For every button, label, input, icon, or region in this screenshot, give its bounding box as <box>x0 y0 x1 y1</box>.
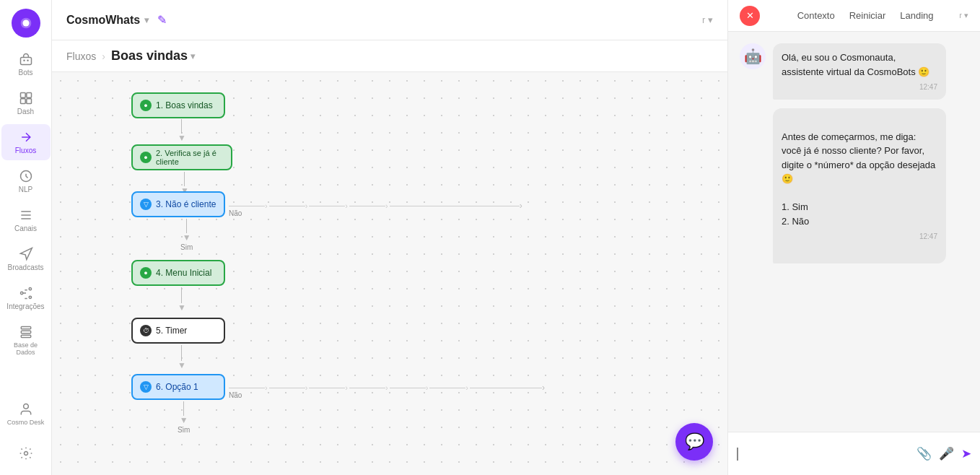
node-5-icon: ⏱ <box>140 325 152 336</box>
canvas[interactable]: ● 1. Boas vindas ▼ ● 2. Verifica se já é… <box>52 72 727 475</box>
tab-landing[interactable]: Landing <box>900 7 933 24</box>
tab-contexto[interactable]: Contexto <box>797 7 835 24</box>
label-sim-6: Sim <box>178 426 190 434</box>
svg-point-11 <box>29 288 31 290</box>
chat-close-button[interactable]: ✕ <box>740 6 760 26</box>
chat-bubble-2: Antes de começarmos, me diga: você já é … <box>773 108 946 263</box>
h-arrow-node6: › › › › › › › <box>229 383 545 393</box>
chat-avatar-1: 🤖 <box>740 43 766 69</box>
svg-point-4 <box>27 59 29 61</box>
attachment-icon[interactable]: 📎 <box>916 446 932 461</box>
label-nao-6: Não <box>229 391 242 399</box>
node-1[interactable]: ● 1. Boas vindas <box>131 92 225 118</box>
sidebar-item-canais[interactable]: Canais <box>1 202 51 238</box>
arrow-1-2: ▼ <box>178 119 186 142</box>
svg-point-3 <box>23 59 25 61</box>
svg-point-17 <box>24 452 27 456</box>
chat-bubble-text-2: Antes de começarmos, me diga: você já é … <box>773 108 946 263</box>
sidebar-logo[interactable] <box>12 9 40 38</box>
sidebar-item-base-dados-label: Base de Dados <box>4 341 48 356</box>
arrow-4-5: ▼ <box>178 287 186 312</box>
node-2[interactable]: ● 2. Verifica se já é cliente <box>131 144 232 170</box>
topbar-brand[interactable]: CosmoWhats ▾ <box>66 14 149 27</box>
breadcrumb: Fluxos › Boas vindas ▾ <box>52 40 727 72</box>
node-6[interactable]: ▽ 6. Opção 1 <box>131 374 225 400</box>
floating-chat-button[interactable]: 💬 <box>675 423 713 461</box>
breadcrumb-current-arrow: ▾ <box>191 51 195 61</box>
sidebar-item-base-dados[interactable]: Base de Dados <box>1 319 51 362</box>
sidebar-item-bots-label: Bots <box>18 69 32 77</box>
sidebar-item-nlp-label: NLP <box>19 186 32 193</box>
mic-icon[interactable]: 🎤 <box>939 446 954 461</box>
chat-time-2: 12:47 <box>782 231 937 242</box>
sidebar-item-cosmo-desk[interactable]: Cosmo Desk <box>1 396 51 432</box>
chat-messages: 🤖 Olá, eu sou o Cosmonauta, assistente v… <box>728 32 980 432</box>
node-1-icon: ● <box>140 100 152 111</box>
topbar-brand-name: CosmoWhats <box>66 14 140 27</box>
sidebar-item-broadcasts[interactable]: Broadcasts <box>1 241 51 277</box>
label-sim-3: Sim <box>180 243 193 251</box>
node-5-label: 5. Timer <box>156 326 187 336</box>
sidebar-item-bots[interactable]: Bots <box>1 46 51 82</box>
topbar-edit-icon[interactable]: ✎ <box>157 13 167 27</box>
text-cursor <box>737 448 738 461</box>
svg-point-12 <box>29 296 31 298</box>
svg-rect-14 <box>21 331 30 333</box>
svg-rect-6 <box>26 93 31 98</box>
sidebar: Bots Dash Fluxos NLP Canais Broa <box>0 0 52 475</box>
label-nao-3: Não <box>229 209 242 217</box>
tab-reiniciar[interactable]: Reiniciar <box>849 7 886 24</box>
main-area: CosmoWhats ▾ ✎ r ▾ Fluxos › Boas vindas … <box>52 0 727 475</box>
node-3-label: 3. Não é cliente <box>156 199 216 209</box>
node-5[interactable]: ⏱ 5. Timer <box>131 318 225 344</box>
svg-rect-13 <box>21 327 30 329</box>
node-3[interactable]: ▽ 3. Não é cliente <box>131 191 225 217</box>
chat-header-right: r ▾ <box>959 11 968 20</box>
node-6-label: 6. Opção 1 <box>156 382 198 392</box>
h-arrow-node3: › › › › › <box>229 201 522 211</box>
chat-bubble-text-1: Olá, eu sou o Cosmonauta, assistente vir… <box>773 43 946 100</box>
node-1-label: 1. Boas vindas <box>156 100 213 110</box>
breadcrumb-current: Boas vindas ▾ <box>111 48 195 64</box>
chat-input[interactable] <box>745 448 909 459</box>
svg-rect-5 <box>20 93 25 98</box>
send-icon[interactable]: ➤ <box>961 446 971 461</box>
sidebar-item-canais-label: Canais <box>14 225 37 232</box>
sidebar-item-settings[interactable] <box>1 440 51 466</box>
svg-point-10 <box>20 292 22 294</box>
arrow-3-4: ▼ Sim <box>180 219 193 251</box>
chat-extra-label: r ▾ <box>959 11 968 20</box>
topbar: CosmoWhats ▾ ✎ r ▾ <box>52 0 727 40</box>
node-4-icon: ● <box>140 267 152 279</box>
sidebar-item-fluxos-label: Fluxos <box>15 147 36 154</box>
sidebar-item-cosmo-desk-label: Cosmo Desk <box>7 419 45 426</box>
chat-message-2: Antes de começarmos, me diga: você já é … <box>740 108 968 263</box>
chat-header-tabs: Contexto Reiniciar Landing <box>797 7 934 24</box>
sidebar-item-integracoes[interactable]: Integrações <box>1 280 51 316</box>
node-2-label: 2. Verifica se já é cliente <box>156 149 224 166</box>
svg-rect-7 <box>20 99 25 104</box>
svg-point-16 <box>23 404 28 409</box>
chat-header: ✕ Contexto Reiniciar Landing r ▾ <box>728 0 980 32</box>
arrow-6-down: ▼ Sim <box>178 401 190 434</box>
svg-point-1 <box>22 19 29 26</box>
topbar-right: r ▾ <box>702 14 713 25</box>
sidebar-item-integracoes-label: Integrações <box>6 302 44 310</box>
node-4[interactable]: ● 4. Menu Inicial <box>131 260 225 286</box>
sidebar-item-fluxos[interactable]: Fluxos <box>1 124 51 160</box>
sidebar-item-dash[interactable]: Dash <box>1 85 51 121</box>
chat-panel: ✕ Contexto Reiniciar Landing r ▾ 🤖 Olá, … <box>727 0 980 475</box>
svg-rect-2 <box>20 58 31 65</box>
sidebar-item-broadcasts-label: Broadcasts <box>7 263 43 271</box>
sidebar-item-nlp[interactable]: NLP <box>1 163 51 199</box>
breadcrumb-flows[interactable]: Fluxos <box>66 51 96 62</box>
node-3-icon: ▽ <box>140 199 152 210</box>
node-4-label: 4. Menu Inicial <box>156 268 211 278</box>
sidebar-item-dash-label: Dash <box>17 108 34 116</box>
chat-time-1: 12:47 <box>782 82 937 92</box>
svg-rect-15 <box>21 335 30 337</box>
svg-rect-8 <box>26 99 31 104</box>
topbar-brand-arrow: ▾ <box>144 15 149 25</box>
arrow-5-6: ▼ <box>178 345 186 370</box>
breadcrumb-arrow: › <box>102 51 105 62</box>
